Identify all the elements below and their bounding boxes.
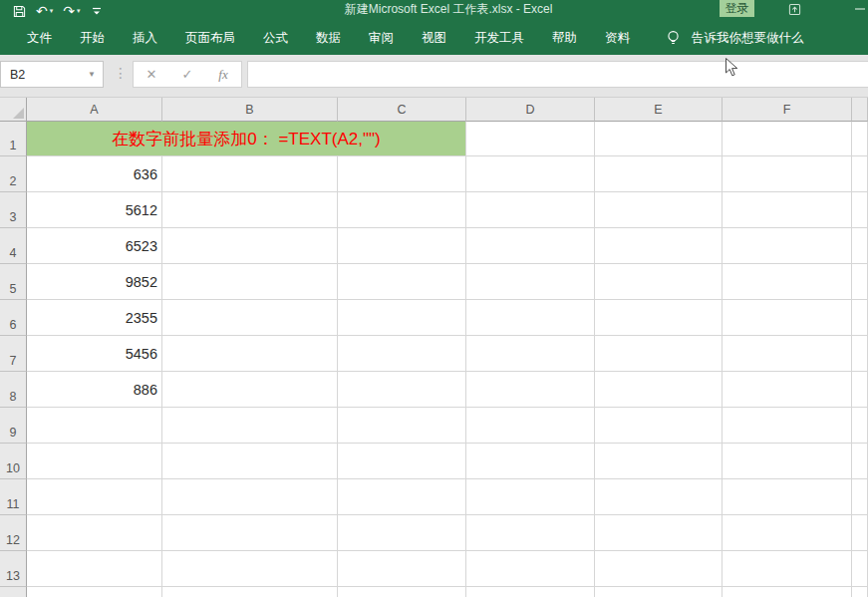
cell-partial-bottom[interactable]: [723, 587, 852, 597]
cell-E1[interactable]: [595, 122, 723, 156]
cell-F5[interactable]: [723, 264, 852, 300]
row-header-2[interactable]: 2: [0, 156, 27, 192]
cell-partial-bottom[interactable]: [466, 587, 595, 597]
cell-D4[interactable]: [466, 228, 595, 264]
cell-partial-bottom[interactable]: [595, 587, 723, 597]
tab-developer[interactable]: 开发工具: [460, 22, 538, 55]
cell-A6[interactable]: 2355: [27, 300, 162, 336]
enter-icon[interactable]: ✓: [172, 67, 202, 82]
cell-E9[interactable]: [595, 408, 723, 444]
tab-help[interactable]: 帮助: [538, 22, 591, 55]
cell-F6[interactable]: [723, 300, 852, 336]
cell-A13[interactable]: [27, 551, 162, 587]
column-header-F[interactable]: F: [723, 98, 852, 122]
row-header-9[interactable]: 9: [0, 408, 27, 444]
row-header-5[interactable]: 5: [0, 264, 27, 300]
cell-A9[interactable]: [27, 408, 162, 444]
undo-dropdown-icon[interactable]: ▾: [50, 7, 54, 15]
cell-F1[interactable]: [723, 122, 852, 156]
cell-B12[interactable]: [162, 515, 338, 551]
cell-B7[interactable]: [162, 336, 338, 372]
cell-C9[interactable]: [338, 408, 466, 444]
cancel-icon[interactable]: ✕: [137, 67, 166, 82]
cell-F9[interactable]: [723, 408, 852, 444]
row-header-11[interactable]: 11: [0, 479, 27, 515]
cell-A8[interactable]: 886: [27, 372, 162, 408]
cell-C12[interactable]: [338, 515, 466, 551]
insert-function-icon[interactable]: fx: [208, 67, 238, 83]
cell-partial-10[interactable]: [852, 444, 868, 479]
ribbon-display-options-icon[interactable]: [786, 1, 802, 17]
formula-input[interactable]: [247, 61, 868, 88]
cell-B4[interactable]: [162, 228, 338, 264]
cell-C13[interactable]: [338, 551, 466, 587]
cell-E10[interactable]: [595, 444, 723, 479]
cell-E13[interactable]: [595, 551, 723, 587]
cell-E4[interactable]: [595, 228, 723, 264]
cell-D13[interactable]: [466, 551, 595, 587]
cell-D6[interactable]: [466, 300, 595, 336]
cell-partial-9[interactable]: [852, 408, 868, 444]
cell-E3[interactable]: [595, 192, 723, 228]
cell-F12[interactable]: [723, 515, 852, 551]
name-box[interactable]: B2 ▼: [0, 61, 104, 88]
sign-in-button[interactable]: 登录: [720, 0, 754, 17]
cell-C7[interactable]: [338, 336, 466, 372]
select-all-corner[interactable]: [0, 98, 27, 122]
merged-title-cell-a1[interactable]: 在数字前批量添加0： =TEXT(A2,""): [27, 122, 466, 156]
redo-icon[interactable]: ↷▾: [58, 1, 85, 21]
row-header-7[interactable]: 7: [0, 336, 27, 372]
cell-A10[interactable]: [27, 444, 162, 479]
cell-D10[interactable]: [466, 444, 595, 479]
cell-C6[interactable]: [338, 300, 466, 336]
cell-D5[interactable]: [466, 264, 595, 300]
row-header-partial[interactable]: [0, 587, 27, 597]
cell-partial-3[interactable]: [852, 192, 868, 228]
cell-B9[interactable]: [162, 408, 338, 444]
cell-partial-bottom[interactable]: [338, 587, 466, 597]
cell-B6[interactable]: [162, 300, 338, 336]
customize-quick-access-toolbar-icon[interactable]: [86, 1, 108, 21]
cell-A11[interactable]: [27, 479, 162, 515]
cell-C4[interactable]: [338, 228, 466, 264]
cell-partial-bottom[interactable]: [27, 587, 162, 597]
minimize-icon[interactable]: [852, 1, 868, 17]
column-header-D[interactable]: D: [466, 98, 595, 122]
cell-C10[interactable]: [338, 444, 466, 479]
cell-B2[interactable]: [162, 156, 338, 192]
cell-A2[interactable]: 636: [27, 156, 162, 192]
cell-E8[interactable]: [595, 372, 723, 408]
cell-E2[interactable]: [595, 156, 723, 192]
tell-me-box[interactable]: 告诉我你想要做什么: [666, 30, 804, 47]
row-header-6[interactable]: 6: [0, 300, 27, 336]
tab-file[interactable]: 文件: [13, 22, 66, 55]
name-box-dropdown-icon[interactable]: ▼: [88, 70, 96, 79]
cell-partial-7[interactable]: [852, 336, 868, 372]
cell-D3[interactable]: [466, 192, 595, 228]
tab-view[interactable]: 视图: [408, 22, 460, 55]
cell-partial-bottom[interactable]: [162, 587, 338, 597]
cell-A3[interactable]: 5612: [27, 192, 162, 228]
cell-B8[interactable]: [162, 372, 338, 408]
column-header-partial[interactable]: [852, 98, 868, 122]
cell-B3[interactable]: [162, 192, 338, 228]
tab-insert[interactable]: 插入: [119, 22, 171, 55]
cell-D11[interactable]: [466, 479, 595, 515]
row-header-13[interactable]: 13: [0, 551, 27, 587]
row-header-10[interactable]: 10: [0, 444, 27, 479]
cell-D7[interactable]: [466, 336, 595, 372]
cell-E12[interactable]: [595, 515, 723, 551]
cell-F7[interactable]: [723, 336, 852, 372]
cell-F10[interactable]: [723, 444, 852, 479]
cell-E11[interactable]: [595, 479, 723, 515]
cell-partial-13[interactable]: [852, 551, 868, 587]
column-header-B[interactable]: B: [162, 98, 338, 122]
cell-B13[interactable]: [162, 551, 338, 587]
cell-E5[interactable]: [595, 264, 723, 300]
cell-D9[interactable]: [466, 408, 595, 444]
row-header-3[interactable]: 3: [0, 192, 27, 228]
cell-partial-8[interactable]: [852, 372, 868, 408]
cell-B11[interactable]: [162, 479, 338, 515]
cell-B5[interactable]: [162, 264, 338, 300]
cell-partial-2[interactable]: [852, 156, 868, 192]
